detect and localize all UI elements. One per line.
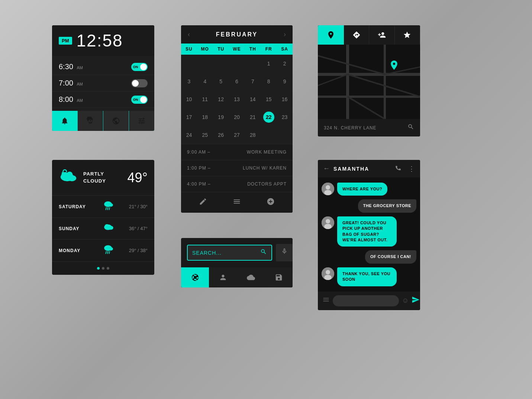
search-footer-user[interactable] (209, 267, 237, 287)
alarm-item-2: 7:00 AM (52, 75, 154, 91)
search-icon[interactable] (260, 248, 267, 257)
cal-cell[interactable]: 8 (261, 73, 277, 90)
dot-2 (102, 267, 104, 270)
clock-footer-globe[interactable] (103, 111, 129, 131)
cal-cell[interactable]: 13 (229, 90, 245, 108)
cal-cell[interactable]: 3 (181, 73, 197, 90)
chat-call-button[interactable] (395, 164, 402, 173)
alarm-list: 6:30 AM ON 7:00 AM 8:00 AM ON (52, 56, 154, 111)
cal-cell[interactable]: 10 (181, 90, 197, 108)
cal-cell[interactable] (229, 55, 245, 73)
event-title-3: DOCTORS APPT (217, 181, 287, 187)
alarm-toggle-1[interactable]: ON (131, 63, 148, 71)
weather-description: PARTLYCLOUDY (83, 171, 106, 184)
message-1: WHERE ARE YOU? (322, 183, 416, 196)
weather-widget: PARTLYCLOUDY 49° SATURDAY 21° / 30° SUND… (52, 160, 154, 275)
cal-cell[interactable]: 6 (229, 73, 245, 90)
message-bubble-1: WHERE ARE YOU? (337, 183, 387, 196)
day-we: WE (229, 44, 245, 55)
cal-cell (261, 126, 277, 144)
cal-cell[interactable]: 27 (229, 126, 245, 144)
cal-cell[interactable]: 25 (197, 126, 213, 144)
cal-cell[interactable]: 24 (181, 126, 197, 144)
chat-footer: ☺ (318, 292, 420, 310)
cal-cell[interactable]: 21 (245, 108, 261, 126)
cal-cell[interactable]: 12 (213, 90, 229, 108)
contact-avatar-2 (322, 216, 334, 229)
cal-cell[interactable] (197, 55, 213, 73)
calendar-next-button[interactable]: › (284, 30, 286, 38)
alarm-toggle-3[interactable]: ON (131, 96, 148, 104)
weather-row-saturday: SATURDAY 21° / 30° (52, 196, 154, 218)
cal-cell[interactable] (181, 55, 197, 73)
mic-button[interactable] (276, 244, 293, 261)
cal-cell[interactable] (245, 55, 261, 73)
chat-compose-menu-icon[interactable] (322, 296, 330, 305)
cal-cell[interactable]: 28 (245, 126, 261, 144)
search-footer-cloud[interactable] (237, 267, 265, 287)
search-widget (181, 238, 293, 287)
cal-cell[interactable]: 7 (245, 73, 261, 90)
cal-cell[interactable]: 5 (213, 73, 229, 90)
cal-cell[interactable]: 11 (197, 90, 213, 108)
event-2: 1:00 PM – LUNCH W/ KAREN (181, 160, 293, 176)
clock-footer-sliders[interactable] (129, 111, 154, 131)
map-pin-button[interactable] (318, 25, 344, 45)
map-header (318, 25, 420, 45)
dot-1 (97, 267, 100, 270)
svg-point-6 (109, 203, 113, 207)
cal-cell-today[interactable]: 22 (261, 108, 277, 126)
message-5: THANK YOU, SEE YOU SOON (322, 267, 416, 286)
cal-cell[interactable] (213, 55, 229, 73)
map-adduser-button[interactable] (369, 26, 394, 44)
cal-menu-button[interactable] (233, 197, 241, 207)
globe-icon (112, 117, 120, 125)
search-footer-save[interactable] (265, 267, 293, 287)
pin-icon (326, 30, 335, 39)
cal-cell[interactable]: 1 (261, 55, 277, 73)
chat-menu-button[interactable]: ⋮ (408, 165, 415, 173)
cal-cell[interactable]: 19 (213, 108, 229, 126)
message-bubble-2: THE GROCERY STORE (358, 199, 416, 212)
cal-cell[interactable]: 15 (261, 90, 277, 108)
cal-cell[interactable]: 2 (277, 55, 293, 73)
map-directions-button[interactable] (344, 26, 369, 44)
cal-cell[interactable]: 16 (277, 90, 293, 108)
chat-contact-name: SAMANTHA (333, 166, 391, 172)
cal-cell[interactable]: 9 (277, 73, 293, 90)
alarm-time-2: 7:00 AM (59, 79, 83, 87)
search-input[interactable] (192, 250, 257, 256)
cal-edit-button[interactable] (199, 197, 207, 207)
svg-point-34 (324, 224, 332, 229)
alarm-toggle-2[interactable] (131, 79, 148, 87)
weather-row-sunday: SUNDAY 36° / 47° (52, 218, 154, 239)
search-input-container[interactable] (187, 245, 272, 261)
clock-widget: PM 12:58 6:30 AM ON 7:00 AM 8:00 AM ON (52, 25, 154, 131)
calendar-prev-button[interactable]: ‹ (188, 30, 190, 38)
search-footer-chrome[interactable] (181, 267, 209, 287)
svg-line-15 (106, 251, 107, 254)
directions-icon (352, 31, 361, 39)
chat-emoji-button[interactable]: ☺ (402, 297, 409, 305)
cal-cell[interactable]: 17 (181, 108, 197, 126)
svg-point-31 (324, 190, 332, 195)
cal-add-button[interactable] (267, 197, 275, 207)
cal-cell[interactable]: 23 (277, 108, 293, 126)
chat-back-button[interactable]: ← (323, 165, 330, 173)
map-search-icon[interactable] (407, 123, 414, 132)
cal-cell[interactable]: 18 (197, 108, 213, 126)
map-star-button[interactable] (395, 26, 420, 44)
cal-cell[interactable]: 14 (245, 90, 261, 108)
chat-send-button[interactable] (412, 296, 420, 306)
cal-cell[interactable]: 4 (197, 73, 213, 90)
clock-footer-timer[interactable] (78, 111, 103, 131)
calendar-days: 1 2 3 4 5 6 7 8 9 10 11 12 13 14 15 16 1… (181, 55, 293, 144)
message-3: GREAT! COULD YOU PICK UP ANOTHER BAG OF … (322, 216, 416, 247)
cal-cell[interactable]: 26 (213, 126, 229, 144)
clock-header: PM 12:58 (52, 25, 154, 56)
calendar-footer (181, 192, 293, 213)
message-bubble-5: THANK YOU, SEE YOU SOON (337, 267, 397, 286)
chat-input-field[interactable] (333, 295, 399, 306)
cal-cell[interactable]: 20 (229, 108, 245, 126)
clock-footer-bell[interactable] (52, 111, 78, 131)
